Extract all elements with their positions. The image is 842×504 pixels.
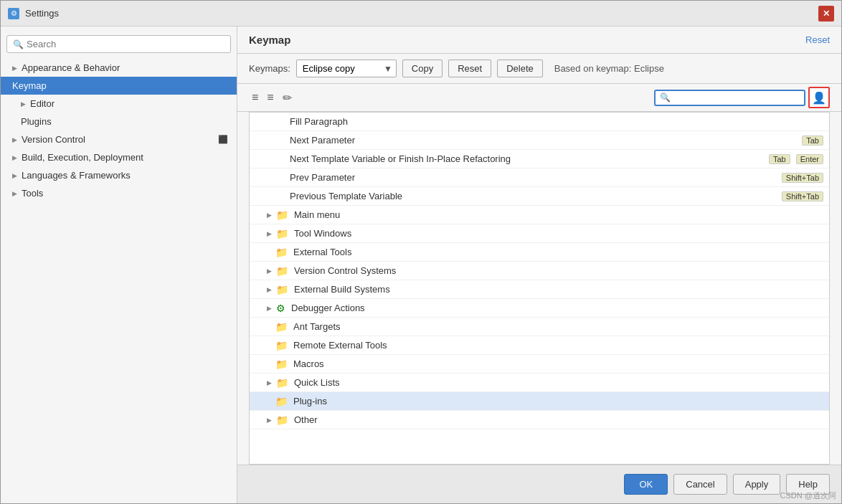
table-row[interactable]: 📁 Macros	[250, 355, 829, 374]
folder-icon: 📁	[275, 396, 288, 407]
folder-icon: 📁	[276, 265, 288, 277]
action-label: Other	[294, 414, 823, 425]
reset-button[interactable]: Reset	[448, 60, 491, 77]
chevron-right-icon: ▶	[12, 136, 17, 143]
collapse-all-button[interactable]: ≡	[264, 90, 276, 105]
sidebar-item-label: Build, Execution, Deployment	[22, 152, 143, 163]
ok-button[interactable]: OK	[624, 474, 668, 495]
table-row[interactable]: Next Parameter Tab	[250, 131, 829, 150]
row-content: ▶ ⚙ Debugger Actions	[255, 303, 823, 314]
table-row[interactable]: 📁 Plug-ins	[250, 392, 829, 411]
action-label: Prev Parameter	[290, 172, 776, 183]
keymaps-label: Keymaps:	[249, 63, 290, 74]
row-content: 📁 Plug-ins	[255, 396, 823, 407]
window-title: Settings	[25, 8, 59, 19]
row-content: 📁 Ant Targets	[255, 321, 823, 333]
chevron-right-icon[interactable]: ▶	[267, 417, 272, 424]
table-row[interactable]: ▶ 📁 Quick Lists	[250, 374, 829, 392]
row-content: ▶ 📁 Quick Lists	[255, 377, 823, 389]
chevron-right-icon: ▶	[12, 154, 17, 161]
table-row[interactable]: Previous Template Variable Shift+Tab	[250, 187, 829, 206]
table-row[interactable]: ▶ 📁 Other	[250, 411, 829, 429]
based-on-text: Based on keymap: Eclipse	[554, 63, 664, 74]
chevron-right-icon: ▶	[12, 65, 17, 72]
chevron-right-icon[interactable]: ▶	[267, 379, 272, 386]
chevron-right-icon: ▶	[12, 172, 17, 179]
sidebar-item-tools[interactable]: ▶ Tools	[1, 184, 237, 202]
settings-window: ⚙ Settings ✕ 🔍 ▶ Appearance & Behavior K…	[0, 0, 842, 504]
sidebar-item-keymap[interactable]: Keymap	[1, 77, 237, 95]
apply-button[interactable]: Apply	[733, 474, 781, 495]
table-row[interactable]: 📁 External Tools	[250, 243, 829, 262]
keymap-select[interactable]: Eclipse copy Eclipse Default Mac OS X	[296, 60, 397, 77]
chevron-right-icon[interactable]: ▶	[267, 211, 272, 219]
row-content: ▶ 📁 Main menu	[255, 209, 823, 221]
table-row[interactable]: Fill Paragraph	[250, 113, 829, 131]
table-row[interactable]: ▶ ⚙ Debugger Actions	[250, 299, 829, 318]
sidebar-item-plugins[interactable]: Plugins	[1, 113, 237, 130]
action-label: Previous Template Variable	[290, 191, 776, 201]
table-row[interactable]: Prev Parameter Shift+Tab	[250, 168, 829, 187]
action-label: Fill Paragraph	[290, 116, 823, 127]
action-bar: ≡ ≡ ✏ 🔍 👤	[237, 84, 841, 112]
chevron-right-icon[interactable]: ▶	[267, 230, 272, 237]
action-label: Main menu	[294, 209, 823, 220]
folder-icon: 📁	[276, 228, 288, 239]
keymap-list: Fill Paragraph Next Parameter Tab Next T…	[249, 112, 830, 465]
sidebar-item-label: Languages & Frameworks	[22, 170, 131, 181]
search-filter-wrap: 🔍 👤	[298, 87, 830, 108]
right-panel: Keymap Reset Keymaps: Eclipse copy Eclip…	[237, 27, 841, 503]
copy-button[interactable]: Copy	[402, 60, 443, 77]
sidebar-item-editor[interactable]: ▶ Editor	[1, 95, 237, 113]
keymap-toolbar: Keymaps: Eclipse copy Eclipse Default Ma…	[237, 54, 841, 84]
title-bar: ⚙ Settings ✕	[1, 1, 841, 27]
chevron-right-icon: ▶	[12, 190, 17, 197]
sidebar-item-version-control[interactable]: ▶ Version Control ⬛	[1, 130, 237, 148]
person-filter-button[interactable]: 👤	[808, 87, 830, 108]
close-button[interactable]: ✕	[818, 6, 834, 22]
keymap-header: Keymap Reset	[237, 27, 841, 54]
cancel-button[interactable]: Cancel	[673, 474, 727, 495]
table-row[interactable]: ▶ 📁 Version Control Systems	[250, 262, 829, 280]
chevron-right-icon[interactable]: ▶	[267, 267, 272, 275]
row-content: ▶ 📁 External Build Systems	[255, 284, 823, 295]
sidebar-item-label: Tools	[22, 188, 43, 199]
row-content: Next Parameter Tab	[255, 135, 823, 146]
folder-icon: 📁	[275, 321, 288, 333]
delete-button[interactable]: Delete	[497, 60, 543, 77]
action-label: External Tools	[293, 247, 823, 257]
folder-icon: 📁	[275, 358, 288, 370]
sidebar-item-label: Plugins	[21, 116, 52, 127]
main-content: 🔍 ▶ Appearance & Behavior Keymap ▶ Edito…	[1, 27, 841, 503]
edit-shortcut-button[interactable]: ✏	[280, 90, 295, 106]
shortcut-badge-tab: Tab	[769, 154, 790, 164]
table-row[interactable]: ▶ 📁 Main menu	[250, 206, 829, 224]
action-label: Ant Targets	[293, 321, 823, 332]
folder-icon: 📁	[276, 209, 288, 221]
chevron-right-icon[interactable]: ▶	[267, 286, 272, 293]
watermark: CSDN @逍次阿	[780, 490, 836, 501]
table-row[interactable]: ▶ 📁 Tool Windows	[250, 224, 829, 243]
sidebar-search-input[interactable]	[27, 39, 224, 49]
expand-all-button[interactable]: ≡	[249, 90, 261, 105]
sidebar-item-label: Keymap	[12, 80, 47, 91]
sidebar-item-build[interactable]: ▶ Build, Execution, Deployment	[1, 148, 237, 166]
row-content: Previous Template Variable Shift+Tab	[255, 191, 823, 201]
filter-input[interactable]	[671, 92, 800, 103]
table-row[interactable]: 📁 Remote External Tools	[250, 336, 829, 355]
action-label: Version Control Systems	[294, 265, 823, 276]
table-row[interactable]: Next Template Variable or Finish In-Plac…	[250, 150, 829, 168]
sidebar-item-appearance[interactable]: ▶ Appearance & Behavior	[1, 59, 237, 77]
sidebar-item-languages[interactable]: ▶ Languages & Frameworks	[1, 166, 237, 184]
sidebar-search-box: 🔍	[6, 35, 231, 53]
filter-input-wrap: 🔍	[654, 90, 805, 106]
shortcut-badge: Tab	[802, 135, 823, 146]
bottom-bar: OK Cancel Apply Help	[237, 465, 841, 503]
row-content: 📁 Macros	[255, 358, 823, 370]
reset-link[interactable]: Reset	[805, 34, 830, 45]
table-row[interactable]: ▶ 📁 External Build Systems	[250, 280, 829, 299]
action-label: Next Parameter	[290, 135, 796, 146]
table-row[interactable]: 📁 Ant Targets	[250, 318, 829, 336]
folder-icon: 📁	[276, 284, 288, 295]
chevron-right-icon[interactable]: ▶	[267, 305, 272, 312]
